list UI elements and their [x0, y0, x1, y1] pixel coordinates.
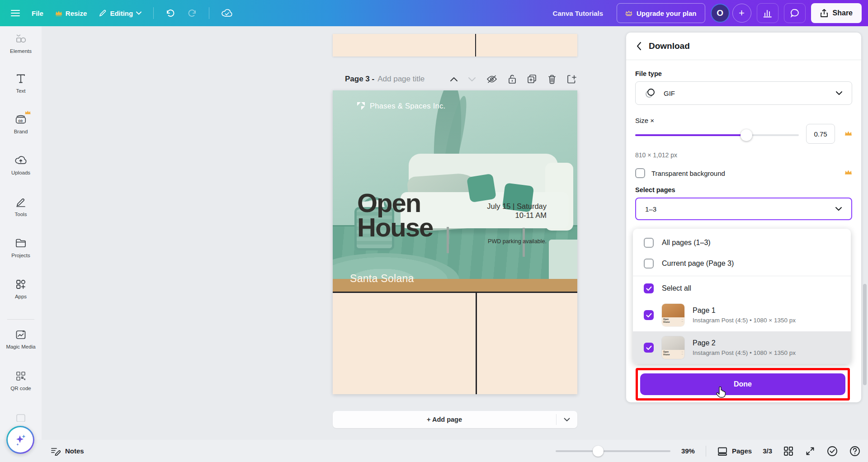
page-1-checkbox[interactable]	[644, 310, 654, 320]
design-brand-logo[interactable]: Phases & Spaces Inc.	[356, 101, 445, 110]
page-count: 3/3	[763, 447, 772, 455]
page-1-row[interactable]: OpenHouse —— Page 1 Instagram Post (4:5)…	[633, 299, 851, 331]
bar-chart-icon	[763, 9, 773, 18]
option-select-all[interactable]: Select all	[633, 278, 851, 299]
notes-button[interactable]: Notes	[51, 447, 84, 456]
sidebar-item-magic-media[interactable]: Magic Media	[0, 328, 42, 349]
sidebar-item-projects[interactable]: Projects	[0, 237, 42, 258]
panel-scrollbar[interactable]	[863, 284, 867, 385]
location-text[interactable]: Santa Solana	[350, 273, 414, 285]
share-upload-icon	[820, 9, 828, 18]
divider	[633, 276, 851, 276]
add-page-below-button[interactable]	[566, 74, 577, 84]
page-2-row[interactable]: OpenHouse —— Page 2 Instagram Post (4:5)…	[633, 331, 851, 364]
back-button[interactable]	[636, 42, 642, 51]
cloud-saved-icon	[221, 9, 233, 18]
divider	[209, 7, 209, 19]
magic-media-icon	[14, 328, 27, 341]
app-tile-icon	[14, 411, 27, 424]
page-3-header: Page 3 - Add page title	[333, 72, 577, 86]
pages-view-button[interactable]: Pages	[717, 447, 752, 456]
add-page-options-button[interactable]	[557, 418, 577, 422]
page-2-bottom-fragment[interactable]	[333, 34, 577, 57]
mouse-cursor-hand	[715, 385, 727, 398]
move-page-up-button[interactable]	[450, 77, 458, 82]
magic-assistant-button[interactable]	[6, 426, 34, 454]
page-2-checkbox[interactable]	[644, 343, 654, 353]
folder-icon	[14, 237, 27, 250]
size-slider-row: 0.75	[635, 128, 852, 142]
transparent-background-checkbox[interactable]	[635, 168, 645, 178]
zoom-slider[interactable]	[556, 446, 670, 456]
grid-view-button[interactable]	[783, 446, 794, 457]
resize-menu[interactable]: Resize	[55, 9, 87, 17]
hide-page-button[interactable]	[486, 75, 498, 84]
add-member-button[interactable]: +	[732, 4, 751, 23]
design-check-button[interactable]	[826, 445, 838, 457]
sidebar-item-apps[interactable]: Apps	[0, 278, 42, 299]
couch-leg	[447, 227, 449, 253]
document-title[interactable]: Canva Tutorials	[553, 9, 603, 17]
account-avatar[interactable]: O	[711, 4, 730, 23]
brand-icon: co	[14, 113, 27, 126]
select-pages-dropdown[interactable]: 1–3	[635, 198, 852, 220]
move-page-down-button[interactable]	[468, 77, 476, 82]
headline-text[interactable]: Open House	[357, 191, 433, 240]
option-current-page[interactable]: Current page (Page 3)	[633, 253, 851, 274]
page-1-thumbnail: OpenHouse ——	[662, 304, 684, 326]
sidebar-item-text[interactable]: Text	[0, 72, 42, 94]
share-button[interactable]: Share	[811, 3, 862, 23]
select-pages-label: Select pages	[635, 186, 675, 193]
upgrade-plan-button[interactable]: Upgrade your plan	[617, 3, 705, 23]
sidebar-item-uploads[interactable]: Uploads	[0, 154, 42, 175]
size-value-input[interactable]: 0.75	[806, 124, 835, 144]
delete-page-button[interactable]	[547, 74, 557, 84]
chevron-down-icon	[136, 11, 142, 15]
add-page-button[interactable]: + Add page	[333, 416, 556, 423]
tools-pen-icon	[14, 196, 27, 208]
help-button[interactable]	[849, 445, 861, 457]
sidebar-item-brand[interactable]: co Brand	[0, 113, 42, 134]
upload-cloud-icon	[14, 154, 27, 167]
all-pages-checkbox[interactable]	[644, 238, 654, 248]
size-slider-thumb[interactable]	[741, 129, 752, 141]
hamburger-menu-icon[interactable]	[11, 10, 20, 16]
divider	[626, 60, 861, 60]
event-details[interactable]: July 15 | Saturday 10-11 AM PWD parking …	[474, 202, 547, 245]
page-3-canvas[interactable]: Phases & Spaces Inc. Santa Solana Open H…	[333, 90, 577, 394]
done-button[interactable]: Done	[640, 373, 845, 395]
size-slider[interactable]	[635, 134, 799, 136]
fullscreen-button[interactable]	[805, 446, 816, 457]
unlock-page-button[interactable]	[508, 74, 517, 84]
duplicate-page-button[interactable]	[527, 74, 538, 84]
option-all-pages[interactable]: All pages (1–3)	[633, 232, 851, 253]
zoom-level[interactable]: 39%	[681, 447, 695, 455]
zoom-slider-thumb[interactable]	[593, 446, 604, 457]
undo-button[interactable]	[165, 9, 175, 18]
throw-pillow	[467, 174, 496, 203]
editing-mode-dropdown[interactable]: Editing	[99, 9, 142, 17]
comments-button[interactable]	[784, 3, 806, 23]
top-menu-bar: File Resize Editing Canva Tutorials	[0, 0, 868, 26]
redo-button[interactable]	[187, 9, 197, 18]
add-page-title-field[interactable]: Add page title	[377, 75, 425, 84]
size-label: Size ×	[635, 117, 654, 124]
sparkles-icon	[13, 432, 28, 448]
sidebar-item-elements[interactable]: Elements	[0, 33, 42, 54]
sidebar-item-tools[interactable]: Tools	[0, 196, 42, 217]
living-room-photo[interactable]: Phases & Spaces Inc.	[333, 90, 577, 279]
svg-text:co: co	[18, 118, 23, 123]
file-type-select[interactable]: GIF	[635, 81, 852, 105]
insights-button[interactable]	[757, 3, 778, 23]
current-page-checkbox[interactable]	[644, 259, 654, 269]
design-divider-line	[475, 34, 476, 57]
cream-section[interactable]	[333, 293, 577, 395]
select-all-checkbox[interactable]	[644, 283, 654, 293]
file-menu[interactable]: File	[32, 9, 43, 17]
text-icon	[14, 72, 27, 85]
crown-icon	[844, 169, 852, 178]
transparent-background-row[interactable]: Transparent background	[635, 167, 852, 179]
speech-bubble-icon	[790, 8, 800, 18]
notes-icon	[51, 447, 61, 456]
sidebar-item-qr-code[interactable]: QR code	[0, 370, 42, 391]
